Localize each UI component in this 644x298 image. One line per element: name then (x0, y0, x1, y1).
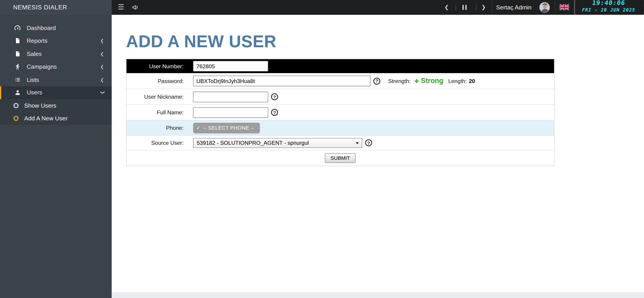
full-name-label: Full Name: (126, 109, 188, 116)
form-row-submit: SUBMIT (126, 150, 554, 166)
app-title: NEMESIS DIALER (0, 0, 112, 15)
sidebar-item-label: Sales (26, 50, 42, 57)
file-icon (14, 50, 22, 57)
file-icon (14, 38, 22, 44)
strength-value: Strong (421, 77, 444, 85)
divider (492, 0, 492, 15)
sidebar: Dashboard Reports ❮ Sales ❮ (0, 15, 112, 298)
clock-time: 19:40:06 (573, 0, 644, 7)
clock-widget: 19:40:06 FRI - 20 JUN 2025 (573, 0, 644, 15)
phone-label: Phone: (126, 125, 188, 131)
sidebar-item-label: Dashboard (26, 25, 56, 31)
sidebar-item-label: Reports (26, 38, 48, 44)
megaphone-icon[interactable] (132, 4, 139, 13)
sidebar-item-dashboard[interactable]: Dashboard (0, 22, 112, 35)
full-name-input[interactable] (193, 107, 268, 118)
footer-strip (112, 292, 644, 298)
divider (555, 0, 555, 15)
circle-icon (14, 116, 18, 121)
help-icon[interactable]: ? (374, 77, 380, 84)
form-row-user-number: User Number: (126, 59, 554, 73)
user-number-input[interactable] (193, 61, 268, 72)
chevron-left-icon: ❮ (100, 38, 104, 43)
password-input[interactable] (193, 76, 370, 86)
hamburger-icon[interactable]: ☰ (118, 0, 124, 15)
pause-icon[interactable] (462, 5, 466, 10)
help-icon[interactable]: ? (271, 93, 278, 100)
check-icon: ✓ (194, 125, 203, 131)
help-icon[interactable]: ? (271, 109, 278, 116)
chevron-left-icon: ❮ (100, 51, 104, 56)
uk-flag-icon[interactable] (560, 4, 569, 10)
main-content: ADD A NEW USER User Number: Password: ? … (112, 15, 644, 292)
gauge-icon (14, 24, 22, 31)
sidebar-item-label: Add A New User (24, 115, 68, 122)
phone-select-button[interactable]: ✓ -- SELECT PHONE -- (194, 123, 260, 133)
separator (456, 5, 456, 10)
separator (476, 5, 476, 10)
length-label: Length: (448, 78, 467, 84)
sidebar-item-lists[interactable]: Lists ❮ (0, 73, 112, 86)
length-value: 20 (469, 78, 475, 84)
user-name[interactable]: Sertaç Admin (496, 0, 532, 15)
nickname-input[interactable] (193, 92, 268, 102)
plus-icon: ✚ (414, 78, 419, 84)
strength-label: Strength: (388, 78, 411, 84)
user-icon (14, 89, 22, 96)
form-row-phone: Phone: ✓ -- SELECT PHONE -- (126, 120, 554, 136)
add-user-form: User Number: Password: ? Strength: ✚ Str… (126, 59, 554, 166)
users-submenu: Show Users Add A New User (0, 99, 112, 125)
runner-icon (14, 63, 22, 70)
password-label: Password: (126, 78, 188, 84)
sidebar-item-label: Users (26, 89, 42, 96)
sidebar-item-users[interactable]: Users ❯ (0, 86, 112, 99)
user-number-label: User Number: (126, 63, 188, 69)
phone-select-text: -- SELECT PHONE -- (203, 125, 254, 131)
source-user-select[interactable]: 539182 - SOLUTIONPRO_AGENT - spnurgul (193, 138, 362, 148)
page-title: ADD A NEW USER (126, 32, 276, 51)
circle-icon (14, 103, 18, 108)
chevron-left-icon: ❮ (100, 64, 104, 69)
form-row-nickname: User Nickname: ? (126, 89, 554, 105)
clock-date: FRI - 20 JUN 2025 (573, 8, 644, 13)
chevron-down-icon: ❯ (100, 91, 105, 94)
sidebar-item-label: Show Users (24, 102, 56, 109)
form-row-source-user: Source User: 539182 - SOLUTIONPRO_AGENT … (126, 136, 554, 150)
form-row-full-name: Full Name: ? (126, 105, 554, 120)
app-window: NEMESIS DIALER ☰ ❮ ❯ Sertaç Admin (0, 0, 644, 298)
sidebar-item-add-new-user[interactable]: Add A New User (0, 112, 112, 125)
sidebar-item-label: Lists (26, 76, 39, 83)
list-icon (14, 76, 22, 83)
source-user-label: Source User: (126, 140, 188, 146)
prev-icon[interactable]: ❮ (444, 0, 449, 15)
submit-button[interactable]: SUBMIT (325, 153, 356, 163)
avatar[interactable] (539, 2, 550, 13)
sidebar-item-label: Campaigns (26, 63, 57, 70)
topbar: NEMESIS DIALER ☰ ❮ ❯ Sertaç Admin (0, 0, 644, 15)
sidebar-item-show-users[interactable]: Show Users (0, 99, 112, 112)
sidebar-item-campaigns[interactable]: Campaigns ❮ (0, 60, 112, 73)
chevron-left-icon: ❮ (100, 77, 104, 82)
nickname-label: User Nickname: (126, 94, 188, 100)
next-icon[interactable]: ❯ (482, 0, 486, 15)
sidebar-item-sales[interactable]: Sales ❮ (0, 47, 112, 60)
help-icon[interactable]: ? (365, 139, 372, 146)
sidebar-item-reports[interactable]: Reports ❮ (0, 34, 112, 47)
form-row-password: Password: ? Strength: ✚ Strong Length: 2… (126, 73, 554, 89)
